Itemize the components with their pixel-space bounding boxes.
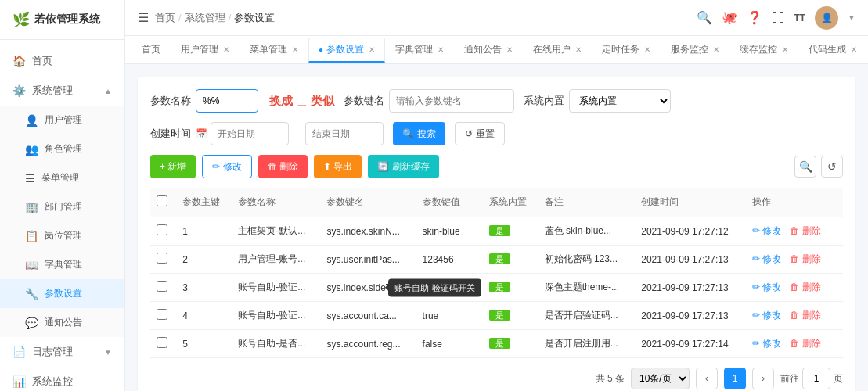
sidebar-item-home[interactable]: 🏠 首页 xyxy=(0,46,124,76)
tab-home[interactable]: 首页 xyxy=(131,38,171,62)
help-icon[interactable]: ❓ xyxy=(747,10,762,25)
sidebar-item-params[interactable]: 🔧 参数设置 xyxy=(0,279,124,308)
tab-cache-monitor[interactable]: 缓存监控 ✕ xyxy=(729,38,798,62)
sidebar-item-user[interactable]: 👤 用户管理 xyxy=(0,106,124,135)
add-button[interactable]: + 新增 xyxy=(150,155,196,178)
prev-page-button[interactable]: ‹ xyxy=(696,368,718,389)
sidebar-item-dict[interactable]: 📖 字典管理 xyxy=(0,250,124,279)
td-param-value: true xyxy=(416,302,483,330)
github-icon[interactable]: 🐙 xyxy=(722,10,737,25)
fullscreen-icon[interactable]: ⛶ xyxy=(772,11,784,25)
tab-codegen[interactable]: 代码生成 ✕ xyxy=(798,38,867,62)
edit-link-1[interactable]: ✏ 修改 xyxy=(752,225,781,236)
tab-online-user[interactable]: 在线用户 ✕ xyxy=(523,38,592,62)
sidebar-item-post[interactable]: 📋 岗位管理 xyxy=(0,221,124,250)
tab-menu[interactable]: 菜单管理 ✕ xyxy=(240,38,308,62)
reset-button[interactable]: ↺ 重置 xyxy=(455,122,505,145)
page-size-select[interactable]: 10条/页 20条/页 50条/页 xyxy=(631,368,690,389)
th-create-time: 创建时间 xyxy=(635,188,745,217)
tab-schedule[interactable]: 定时任务 ✕ xyxy=(592,38,661,62)
table-row: 2 用户管理-账号... sys.user.initPas... 123456 … xyxy=(150,246,843,274)
breadcrumb-home[interactable]: 首页 xyxy=(155,11,175,25)
avatar-chevron-icon[interactable]: ▼ xyxy=(848,13,855,22)
avatar[interactable]: 👤 xyxy=(815,6,838,30)
td-remark: 是否开启验证码... xyxy=(538,302,636,330)
edit-button[interactable]: ✏ 修改 xyxy=(202,155,251,178)
tab-svc-monitor-close[interactable]: ✕ xyxy=(713,45,719,54)
delete-button[interactable]: 🗑 删除 xyxy=(258,155,308,178)
tab-online-user-close[interactable]: ✕ xyxy=(575,45,582,54)
page-1-button[interactable]: 1 xyxy=(724,368,746,389)
delete-link-1[interactable]: 🗑 删除 xyxy=(790,225,820,236)
search-button[interactable]: 🔍 搜索 xyxy=(393,122,445,145)
edit-link-2[interactable]: ✏ 修改 xyxy=(752,253,781,264)
header: ☰ 首页 / 系统管理 / 参数设置 🔍 🐙 ❓ ⛶ TT 👤 ▼ xyxy=(125,0,868,36)
td-create-time: 2021-09-09 17:27:13 xyxy=(635,302,745,330)
page-jump-input[interactable] xyxy=(802,368,830,389)
sidebar-item-notice[interactable]: 💬 通知公告 xyxy=(0,308,124,337)
tab-notice[interactable]: 通知公告 ✕ xyxy=(454,38,523,62)
search-icon[interactable]: 🔍 xyxy=(697,10,712,25)
sidebar-item-role[interactable]: 👥 角色管理 xyxy=(0,135,124,163)
tab-notice-close[interactable]: ✕ xyxy=(506,45,513,54)
next-page-button[interactable]: › xyxy=(752,368,774,389)
td-checkbox xyxy=(150,274,176,302)
breadcrumb-system[interactable]: 系统管理 xyxy=(185,11,225,25)
tab-svc-monitor[interactable]: 服务监控 ✕ xyxy=(661,38,729,62)
sidebar-item-menu[interactable]: ☰ 菜单管理 xyxy=(0,163,124,192)
system-content-select[interactable]: 系统内置 是 否 xyxy=(569,89,671,113)
delete-link-3[interactable]: 🗑 删除 xyxy=(790,282,820,292)
delete-link-5[interactable]: 🗑 删除 xyxy=(790,338,820,349)
row-checkbox[interactable] xyxy=(157,281,167,292)
tab-menu-close[interactable]: ✕ xyxy=(292,45,298,54)
select-all-checkbox[interactable] xyxy=(157,196,167,206)
tab-codegen-close[interactable]: ✕ xyxy=(851,45,857,54)
tab-dict[interactable]: 字典管理 ✕ xyxy=(385,38,454,62)
tab-params-close[interactable]: ✕ xyxy=(369,45,375,54)
td-action: ✏ 修改 🗑 删除 xyxy=(746,330,843,358)
font-size-icon[interactable]: TT xyxy=(794,13,805,23)
row-checkbox[interactable] xyxy=(157,309,167,320)
date-end-input[interactable] xyxy=(305,122,384,145)
refresh-cache-button[interactable]: 🔄 刷新缓存 xyxy=(368,155,438,178)
tab-params[interactable]: ● 参数设置 ✕ xyxy=(308,38,385,63)
logo-icon: 🌿 xyxy=(13,11,30,28)
sidebar-item-log[interactable]: 📄 日志管理 ▼ xyxy=(0,337,124,367)
td-id: 5 xyxy=(176,330,232,358)
jump-prefix: 前往 xyxy=(780,372,799,386)
tab-schedule-close[interactable]: ✕ xyxy=(644,45,650,54)
sidebar-item-sysmon[interactable]: 📊 系统监控 xyxy=(0,367,124,391)
delete-link-2[interactable]: 🗑 删除 xyxy=(790,253,820,264)
tab-menu-label: 菜单管理 xyxy=(250,43,287,56)
main-content: ☰ 首页 / 系统管理 / 参数设置 🔍 🐙 ❓ ⛶ TT 👤 ▼ 首页 用户管… xyxy=(125,0,868,391)
th-param-key-id: 参数主键 xyxy=(176,188,232,217)
table-header-row: 参数主键 参数名称 参数键名 参数键值 系统内置 备注 创建时间 操作 xyxy=(150,188,843,217)
row-checkbox[interactable] xyxy=(157,337,167,348)
sidebar-item-dept[interactable]: 🏢 部门管理 xyxy=(0,192,124,221)
sidebar-item-system[interactable]: ⚙️ 系统管理 ▲ xyxy=(0,76,124,106)
td-is-system: 是 xyxy=(483,274,538,302)
delete-link-4[interactable]: 🗑 删除 xyxy=(790,310,820,321)
tab-user-close[interactable]: ✕ xyxy=(223,45,229,54)
td-create-time: 2021-09-09 17:27:12 xyxy=(635,217,745,246)
menu-toggle-icon[interactable]: ☰ xyxy=(138,10,149,25)
refresh-icon[interactable]: ↺ xyxy=(821,156,843,178)
column-search-icon[interactable]: 🔍 xyxy=(794,156,816,178)
edit-link-3[interactable]: ✏ 修改 xyxy=(752,282,781,292)
param-name-input[interactable] xyxy=(196,89,258,113)
td-param-name: 账号自助-是否... xyxy=(232,330,320,358)
tab-cache-monitor-close[interactable]: ✕ xyxy=(782,45,788,54)
edit-link-5[interactable]: ✏ 修改 xyxy=(752,338,781,349)
edit-link-4[interactable]: ✏ 修改 xyxy=(752,310,781,321)
row-checkbox[interactable] xyxy=(157,253,167,264)
tab-user[interactable]: 用户管理 ✕ xyxy=(171,38,240,62)
tab-dict-close[interactable]: ✕ xyxy=(438,45,444,54)
export-button[interactable]: ⬆ 导出 xyxy=(314,155,362,178)
td-checkbox xyxy=(150,246,176,274)
create-time-group: 创建时间 📅 — xyxy=(150,122,384,145)
date-start-input[interactable] xyxy=(211,122,289,145)
param-key-group: 参数键名 xyxy=(344,89,514,113)
param-name-group: 参数名称 换成 ＿ 类似 xyxy=(150,89,334,113)
param-key-input[interactable] xyxy=(389,89,514,113)
row-checkbox[interactable] xyxy=(157,224,167,235)
